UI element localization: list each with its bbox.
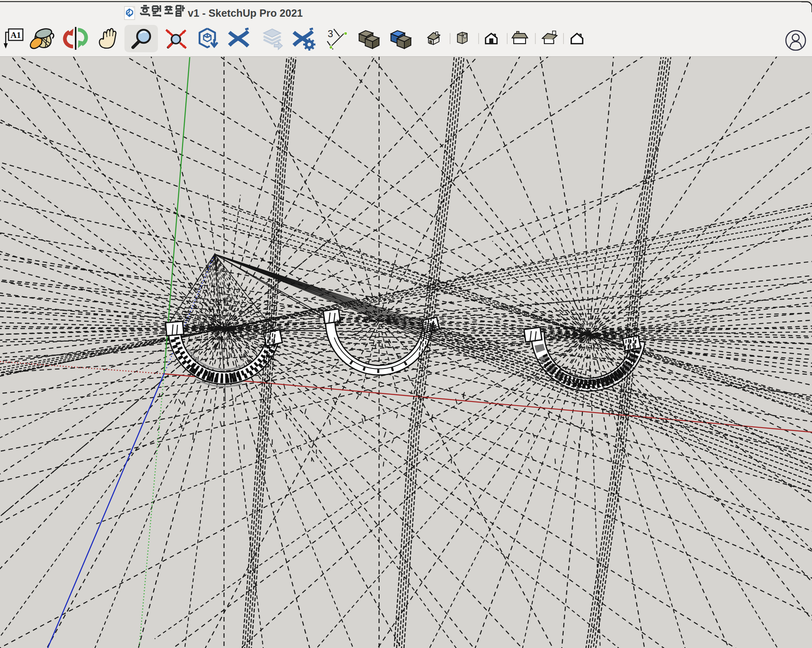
svg-text:A1: A1 [11,30,21,40]
svg-text:3: 3 [328,28,333,39]
